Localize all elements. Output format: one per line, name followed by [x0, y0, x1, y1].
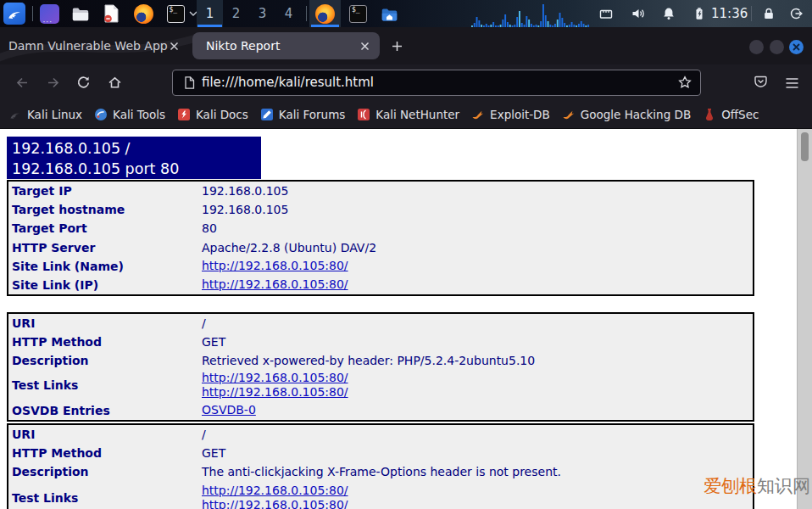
table-row: HTTP MethodGET [8, 333, 753, 351]
table-row: Test Linkshttp://192.168.0.105:80/http:/… [8, 481, 753, 509]
window-maximize-button[interactable] [770, 40, 784, 54]
launcher-text-editor[interactable] [101, 3, 121, 24]
offsec-icon [703, 108, 716, 121]
terminal-icon: $_ [349, 5, 367, 23]
field-value: 192.168.0.105 [202, 184, 753, 198]
field-value: GET [202, 335, 753, 349]
bookmark-kali-tools[interactable]: Kali Tools [94, 108, 165, 121]
tab-close-icon[interactable] [167, 39, 181, 53]
launcher-terminal[interactable]: $_ [165, 3, 186, 24]
table-row: OSVDB EntriesOSVDB-0 [8, 400, 753, 420]
terminal-icon: $_ [167, 5, 185, 23]
workspace-switcher: 1234 [197, 0, 302, 27]
bookmark-label: Kali Docs [196, 108, 248, 121]
forward-button[interactable] [45, 75, 61, 91]
network-activity-graph [471, 2, 592, 27]
browser-toolbar: file:///home/kali/result.html [0, 64, 812, 101]
report-link[interactable]: http://192.168.0.105:80/ [202, 484, 348, 499]
kali-menu-button[interactable] [3, 3, 25, 25]
window-minimize-button[interactable] [749, 40, 764, 54]
pocket-icon[interactable] [753, 74, 769, 90]
workspace-button-4[interactable]: 4 [275, 0, 302, 27]
table-row: DescriptionThe anti-clickjacking X-Frame… [8, 462, 753, 481]
field-label: HTTP Method [10, 446, 202, 460]
url-text[interactable]: file:///home/kali/result.html [202, 70, 374, 95]
field-value: http://192.168.0.105:80/ [202, 277, 753, 293]
watermark-highlight: 爱刨根 [704, 476, 757, 496]
bookmark-offsec[interactable]: OffSec [703, 108, 759, 121]
bookmark-kali-linux[interactable]: Kali Linux [8, 108, 82, 121]
volume-icon[interactable] [631, 6, 646, 21]
table-row: Site Link (Name)http://192.168.0.105:80/ [8, 257, 753, 276]
field-value: http://192.168.0.105:80/http://192.168.0… [202, 484, 753, 509]
logout-icon[interactable] [788, 6, 804, 21]
window-close-button[interactable] [789, 40, 804, 54]
launcher-firefox[interactable] [133, 3, 153, 24]
field-label: Description [10, 465, 202, 478]
bookmark-kali-forums[interactable]: Kali Forums [260, 108, 346, 121]
workspace-button-2[interactable]: 2 [223, 0, 249, 27]
bookmark-exploit-db[interactable]: Exploit-DB [471, 108, 550, 121]
scrollbar-thumb[interactable] [801, 132, 809, 161]
launcher-desktop[interactable] [39, 3, 59, 24]
report-link[interactable]: http://192.168.0.105:80/ [202, 277, 348, 293]
report-link[interactable]: http://192.168.0.105:80/ [202, 385, 348, 400]
report-link[interactable]: OSVDB-0 [202, 403, 256, 418]
google-hacking-icon [562, 108, 576, 121]
report-link[interactable]: http://192.168.0.105:80/ [202, 498, 348, 509]
tab-dvwa[interactable]: Damn Vulnerable Web App (D [0, 27, 185, 64]
table-row: URI/ [8, 314, 753, 333]
url-bar[interactable]: file:///home/kali/result.html [172, 70, 701, 96]
report-header-line1: 192.168.0.105 / [12, 138, 261, 159]
field-label: Site Link (IP) [10, 278, 202, 292]
system-taskbar: $_ 1234 $_ [0, 0, 812, 27]
bookmark-google-hacking-db[interactable]: Google Hacking DB [562, 108, 691, 121]
network-port-icon[interactable] [598, 6, 614, 21]
clock[interactable]: 11:36 [711, 0, 748, 27]
field-value: / [202, 428, 753, 441]
browser-tab-bar: Damn Vulnerable Web App (D Nikto Report [0, 27, 812, 64]
taskbar-window-terminal[interactable]: $_ [342, 0, 374, 27]
report-link[interactable]: http://192.168.0.105:80/ [202, 371, 348, 386]
home-button[interactable] [107, 75, 123, 91]
firefox-icon [134, 4, 153, 24]
folder-icon [70, 4, 91, 23]
table-row: Target hostname192.168.0.105 [8, 200, 753, 219]
bookmark-label: Kali Forums [279, 108, 346, 121]
launcher-file-manager[interactable] [70, 3, 91, 24]
document-icon [102, 3, 120, 24]
bookmark-kali-docs[interactable]: Kali Docs [177, 108, 248, 121]
reload-button[interactable] [75, 75, 92, 91]
battery-icon[interactable] [692, 6, 707, 21]
taskbar-window-firefox[interactable] [309, 0, 341, 27]
field-label: Target Port [10, 221, 202, 235]
taskbar-separator [32, 6, 33, 21]
tab-close-icon[interactable] [358, 39, 371, 53]
finding-table-1: URI/HTTP MethodGETDescriptionRetrieved x… [7, 312, 754, 422]
lock-screen-icon[interactable] [761, 6, 776, 21]
workspace-button-1[interactable]: 1 [197, 0, 223, 27]
field-value: http://192.168.0.105:80/ [202, 259, 753, 274]
notification-bell-icon[interactable] [661, 6, 676, 21]
exploit-db-icon [471, 108, 485, 121]
kali-forums-icon [260, 108, 274, 121]
report-header-line2: 192.168.0.105 port 80 [12, 159, 261, 179]
report-link[interactable]: http://192.168.0.105:80/ [202, 259, 348, 274]
taskbar-separator [751, 6, 752, 21]
bookmark-label: Kali Tools [113, 108, 165, 121]
bookmark-star-icon[interactable] [677, 75, 692, 90]
bookmark-kali-nethunter[interactable]: Kali NetHunter [357, 108, 459, 121]
kali-dragon-icon [8, 108, 22, 121]
table-row: URI/ [8, 425, 753, 444]
new-tab-button[interactable] [387, 36, 407, 56]
taskbar-window-files[interactable] [374, 0, 405, 27]
menu-hamburger-icon[interactable] [784, 76, 800, 92]
bookmarks-toolbar-items: Kali LinuxKali ToolsKali DocsKali Forums… [8, 108, 759, 121]
tab-nikto-report[interactable]: Nikto Report [192, 32, 380, 59]
field-label: Test Links [10, 378, 202, 392]
blue-folder-icon [380, 5, 399, 23]
bookmarks-toolbar: Kali LinuxKali ToolsKali DocsKali Forums… [0, 101, 812, 129]
back-button[interactable] [14, 75, 31, 91]
page-scrollbar[interactable] [797, 129, 812, 509]
workspace-button-3[interactable]: 3 [249, 0, 275, 27]
